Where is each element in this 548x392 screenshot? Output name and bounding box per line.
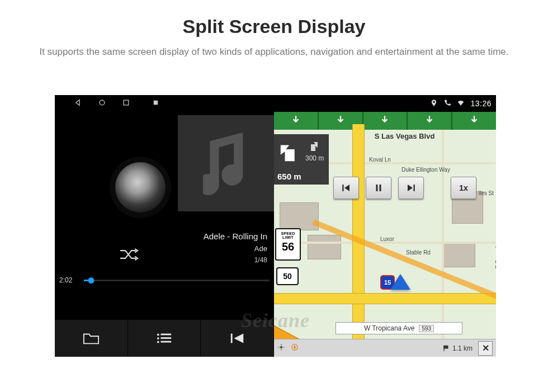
lane-arrow-icon [469, 115, 479, 127]
back-icon[interactable] [74, 98, 82, 108]
speed-limit-sign: SPEED LIMIT 56 [275, 228, 301, 261]
location-icon [430, 99, 438, 108]
turn-left-icon [278, 138, 304, 163]
music-player-pane: Adele - Rolling In Ade 1/48 2:02 [55, 112, 274, 357]
route-shield: 50 [276, 267, 299, 285]
seek-row: 2:02 [55, 272, 274, 289]
playback-speed-button[interactable]: 1x [451, 177, 476, 199]
svg-point-14 [280, 346, 283, 349]
navigation-pane: Koval Ln Duke Ellington Way iles St Luxo… [274, 112, 496, 357]
svg-rect-9 [231, 334, 233, 343]
page-title: Split Screen Display [0, 16, 548, 37]
street-label: Koval Ln [369, 157, 391, 163]
svg-point-3 [157, 334, 159, 336]
prev-track-button[interactable] [201, 320, 274, 357]
street-label: Luxor [380, 236, 394, 242]
music-note-icon [203, 131, 256, 198]
current-street-label: S Las Vegas Blvd [319, 132, 490, 140]
svg-rect-11 [376, 185, 378, 191]
turn-next-distance: 300 m [305, 154, 324, 162]
map-media-controls [333, 177, 424, 199]
clock-text: 13:26 [470, 99, 492, 108]
recent-apps-icon[interactable] [122, 98, 130, 108]
map-prev-button[interactable] [333, 177, 359, 199]
close-nav-button[interactable]: ✕ [478, 341, 493, 356]
svg-rect-4 [160, 334, 171, 336]
svg-point-7 [157, 341, 159, 343]
lane-guidance-strip [274, 112, 496, 130]
track-info: Adele - Rolling In Ade 1/48 [55, 232, 274, 264]
home-icon[interactable] [98, 98, 106, 108]
street-label: iles St [479, 190, 494, 196]
track-artist: Ade [55, 244, 267, 253]
compass-icon[interactable] [291, 343, 299, 353]
wifi-icon [457, 99, 465, 108]
speed-limit-value: 56 [276, 240, 300, 253]
svg-rect-13 [414, 185, 415, 191]
playlist-button[interactable] [128, 320, 201, 357]
turn-instruction-panel: 300 m 650 m [274, 134, 329, 185]
turn-right-next-icon [306, 139, 320, 152]
phone-icon [443, 99, 451, 108]
svg-rect-17 [443, 345, 444, 351]
lane-arrow-icon [291, 115, 301, 127]
cross-street-name: W Tropicana Ave [364, 324, 415, 332]
svg-rect-1 [124, 100, 129, 105]
device-frame: 13:26 Adele - Rolling In Ade 1/48 2:02 [55, 95, 496, 357]
visualizer-circle [115, 162, 166, 212]
screenshot-icon[interactable] [152, 98, 160, 108]
destination-distance-value: 1.1 km [452, 344, 473, 352]
svg-rect-6 [160, 337, 171, 339]
svg-rect-16 [443, 345, 448, 348]
folder-button[interactable] [55, 320, 128, 357]
speed-limit-label: SPEED LIMIT [276, 232, 300, 239]
svg-point-5 [157, 337, 159, 339]
map-next-button[interactable] [398, 177, 424, 199]
svg-rect-8 [160, 341, 171, 343]
cross-street-tag: 593 [419, 325, 434, 332]
android-status-bar: 13:26 [55, 95, 496, 112]
destination-distance: 1.1 km [442, 344, 473, 352]
satellite-icon[interactable] [277, 343, 285, 353]
track-title: Adele - Rolling In [55, 232, 267, 241]
road-horizontal [274, 293, 496, 304]
svg-rect-12 [380, 185, 381, 191]
street-label: E Reno Ave [495, 239, 496, 269]
music-bottom-bar [55, 320, 274, 357]
lane-arrow-icon [424, 115, 434, 127]
road-vertical [352, 124, 365, 344]
album-art-placeholder [178, 115, 274, 211]
cross-street-bar: W Tropicana Ave 593 [336, 322, 462, 334]
lane-arrow-icon [336, 115, 346, 127]
lane-arrow-icon [380, 115, 390, 127]
page-subtitle: It supports the same screen display of t… [28, 45, 520, 59]
turn-distance: 650 m [277, 172, 301, 181]
nav-footer-bar: 1.1 km ✕ [274, 339, 496, 357]
svg-rect-10 [342, 185, 343, 191]
seek-bar[interactable] [84, 280, 270, 281]
street-label: Duke Ellington Way [401, 167, 450, 173]
vehicle-cursor-icon [390, 274, 410, 290]
shuffle-icon[interactable] [120, 248, 139, 261]
street-label: Stable Rd [406, 249, 431, 256]
map-pause-button[interactable] [366, 177, 391, 199]
svg-rect-2 [154, 101, 158, 105]
track-count: 1/48 [55, 256, 267, 264]
elapsed-time: 2:02 [59, 276, 79, 284]
svg-point-0 [100, 100, 105, 105]
